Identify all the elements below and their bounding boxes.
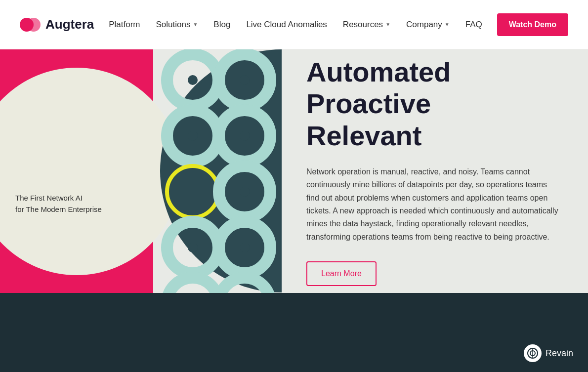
watch-demo-button[interactable]: Watch Demo [497,13,568,36]
learn-more-button[interactable]: Learn More [306,261,377,286]
svg-point-18 [240,243,250,252]
resources-dropdown-arrow: ▼ [385,22,390,27]
company-dropdown-arrow: ▼ [445,22,450,27]
svg-point-19 [167,278,218,293]
revain-badge: Revain [524,344,573,362]
hero-tagline: The First Network AI for The Modern Ente… [15,193,102,215]
svg-point-17 [188,243,198,252]
hero-section: The First Network AI for The Modern Ente… [0,49,588,293]
hero-headline: Automated Proactive Relevant [306,56,558,152]
footer-bar: Revain [0,293,588,372]
svg-point-1 [27,18,41,32]
logo-text: Augtera [45,17,94,32]
svg-point-14 [240,187,250,197]
hero-circles-illustration [153,49,282,293]
hero-left: The First Network AI for The Modern Ente… [0,49,153,293]
nav-platform[interactable]: Platform [109,20,140,30]
nav-resources[interactable]: Resources ▼ [343,20,390,30]
svg-point-10 [188,131,198,141]
solutions-dropdown-arrow: ▼ [193,22,198,27]
logo-link[interactable]: Augtera [20,14,94,35]
svg-point-7 [240,75,250,85]
nav-faq[interactable]: FAQ [465,20,482,30]
hero-body-text: Network operation is manual, reactive, a… [306,165,558,244]
navbar-links: Platform Solutions ▼ Blog Live Cloud Ano… [109,20,482,30]
revain-icon [524,344,542,362]
circles-svg [153,49,282,293]
navbar: Augtera Platform Solutions ▼ Blog Live C… [0,0,588,49]
nav-company[interactable]: Company ▼ [406,20,450,30]
logo-icon [20,14,41,35]
svg-point-6 [188,75,198,85]
svg-point-11 [240,131,250,141]
hero-content: Automated Proactive Relevant Network ope… [282,49,588,293]
nav-blog[interactable]: Blog [213,20,230,30]
revain-label: Revain [546,348,573,359]
nav-solutions[interactable]: Solutions ▼ [156,20,198,30]
nav-live-cloud[interactable]: Live Cloud Anomalies [246,20,327,30]
